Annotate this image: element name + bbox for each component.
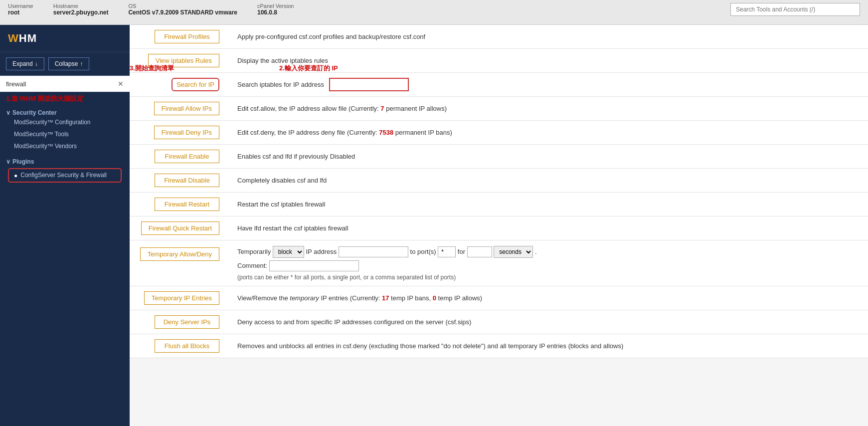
btn-cell: Flush all Blocks [130, 334, 229, 358]
table-row: Deny Server IPs Deny access to and from … [130, 310, 868, 334]
cpanel-value: 106.0.8 [257, 9, 294, 16]
flush-all-blocks-button[interactable]: Flush all Blocks [155, 339, 219, 353]
table-row: Firewall Profiles Apply pre-configured c… [130, 25, 868, 49]
bullet-icon: ● [14, 172, 17, 179]
os-label: OS [128, 3, 237, 9]
hostname-label: Hostname [53, 3, 109, 9]
desc-cell: Completely disables csf and lfd [229, 169, 868, 193]
main-content: Firewall Profiles Apply pre-configured c… [130, 25, 868, 426]
btn-cell: Temporary Allow/Deny [130, 240, 229, 286]
username-info: Username root [8, 3, 33, 16]
desc-cell: Edit csf.deny, the IP address deny file … [229, 121, 868, 145]
sidebar-item-modsec-tools[interactable]: ModSecurity™ Tools [6, 128, 124, 140]
table-row: Firewall Restart Restart the csf iptable… [130, 193, 868, 216]
sidebar-search-input[interactable] [6, 80, 118, 88]
desc-cell: Apply pre-configured csf.conf profiles a… [229, 25, 868, 49]
table-row-search-ip: 3.開始查詢清單 Search for IP 2.輸入你要查訂的 IP [130, 73, 868, 97]
desc-cell: Restart the csf iptables firewall [229, 193, 868, 216]
btn-cell: Firewall Enable [130, 145, 229, 169]
table-row: Firewall Allow IPs Edit csf.allow, the I… [130, 97, 868, 121]
table-row: Firewall Quick Restart Have lfd restart … [130, 216, 868, 240]
cpanel-info: cPanel Version 106.0.8 [257, 3, 294, 16]
temp-form-row1: Temporarily block allow IP address to po… [237, 245, 860, 258]
plugins-section-title[interactable]: ∨ Plugins [6, 158, 124, 165]
table-row: Flush all Blocks Removes and unblocks al… [130, 334, 868, 358]
btn-cell: Firewall Restart [130, 193, 229, 216]
table-row: View iptables Rules Display the active i… [130, 49, 868, 73]
temp-port-input[interactable] [438, 246, 456, 257]
hostname-info: Hostname server2.pbuygo.net [53, 3, 109, 16]
btn-cell: 3.開始查詢清單 Search for IP [130, 73, 229, 97]
plugins-section: ∨ Plugins ● ConfigServer Security & Fire… [0, 154, 130, 188]
table-row: Firewall Deny IPs Edit csf.deny, the IP … [130, 121, 868, 145]
firewall-restart-button[interactable]: Firewall Restart [155, 198, 219, 211]
desc-cell: Have lfd restart the csf iptables firewa… [229, 216, 868, 240]
btn-cell: Firewall Allow IPs [130, 97, 229, 121]
top-bar: Username root Hostname server2.pbuygo.ne… [0, 0, 868, 25]
search-ip-input[interactable] [329, 78, 409, 91]
temp-action-select[interactable]: block allow [273, 246, 304, 258]
table-row: Firewall Disable Completely disables csf… [130, 169, 868, 193]
firewall-quick-restart-button[interactable]: Firewall Quick Restart [141, 221, 219, 235]
temp-ip-input[interactable] [339, 246, 408, 257]
cpanel-label: cPanel Version [257, 3, 294, 9]
expand-button[interactable]: Expand ↓ [6, 57, 44, 70]
btn-cell: Deny Server IPs [130, 310, 229, 334]
temp-form-cell: Temporarily block allow IP address to po… [229, 240, 868, 286]
sidebar-item-modsec-vendors[interactable]: ModSecurity™ Vendors [6, 140, 124, 152]
temporary-ip-entries-button[interactable]: Temporary IP Entries [144, 291, 219, 305]
sidebar-search-container: ✕ [0, 76, 130, 92]
temp-comment-input[interactable] [269, 260, 359, 271]
firewall-actions-table: Firewall Profiles Apply pre-configured c… [130, 25, 868, 358]
btn-cell: Firewall Disable [130, 169, 229, 193]
temp-form-row2: Comment: [237, 260, 860, 271]
top-search-input[interactable] [730, 3, 860, 16]
temp-unit-select[interactable]: seconds minutes hours days [494, 246, 533, 258]
temp-duration-input[interactable] [467, 246, 492, 257]
firewall-deny-ips-button[interactable]: Firewall Deny IPs [154, 126, 219, 139]
sidebar-item-csf-firewall[interactable]: ● ConfigServer Security & Firewall [8, 168, 122, 183]
desc-cell: Edit csf.allow, the IP address allow fil… [229, 97, 868, 121]
firewall-allow-ips-button[interactable]: Firewall Allow IPs [154, 102, 219, 115]
annotation-step3: 3.開始查詢清單 [130, 64, 174, 73]
security-center-section: ∨ Security Center ModSecurity™ Configura… [0, 105, 130, 154]
username-value: root [8, 9, 33, 16]
temporary-allow-deny-button[interactable]: Temporary Allow/Deny [140, 247, 219, 261]
firewall-enable-button[interactable]: Firewall Enable [155, 150, 219, 163]
annotation-step1: 1.進 WHM 開啟防火牆設定 [0, 92, 130, 105]
deny-server-ips-button[interactable]: Deny Server IPs [155, 315, 219, 329]
collapse-button[interactable]: Collapse ↑ [48, 57, 90, 70]
search-ip-button-circled: Search for IP [172, 78, 219, 91]
whm-logo-text: WHM [8, 32, 122, 45]
btn-cell: Temporary IP Entries [130, 286, 229, 310]
table-row: Firewall Enable Enables csf and lfd if p… [130, 145, 868, 169]
sidebar: WHM Expand ↓ Collapse ↑ ✕ 1.進 WHM 開啟防火牆設… [0, 25, 130, 426]
firewall-profiles-button[interactable]: Firewall Profiles [155, 30, 219, 43]
sidebar-actions: Expand ↓ Collapse ↑ [0, 52, 130, 76]
desc-cell: Removes and unblocks all entries in csf.… [229, 334, 868, 358]
security-center-title[interactable]: ∨ Security Center [6, 109, 124, 116]
table-row-temp-allow-deny: Temporary Allow/Deny Temporarily block a… [130, 240, 868, 286]
btn-cell: Firewall Quick Restart [130, 216, 229, 240]
firewall-disable-button[interactable]: Firewall Disable [155, 174, 219, 187]
search-for-ip-button[interactable]: Search for IP [176, 81, 214, 88]
desc-cell: 2.輸入你要查訂的 IP Search iptables for IP addr… [229, 73, 868, 97]
annotation-step2: 2.輸入你要查訂的 IP [279, 64, 338, 73]
top-search-container [730, 3, 860, 16]
sidebar-logo: WHM [0, 25, 130, 52]
sidebar-item-modsec-config[interactable]: ModSecurity™ Configuration [6, 116, 124, 128]
desc-cell: Deny access to and from specific IP addr… [229, 310, 868, 334]
username-label: Username [8, 3, 33, 9]
os-info: OS CentOS v7.9.2009 STANDARD vmware [128, 3, 237, 16]
sidebar-search-clear-icon[interactable]: ✕ [118, 80, 124, 88]
hostname-value: server2.pbuygo.net [53, 9, 109, 16]
desc-cell: View/Remove the temporary IP entries (Cu… [229, 286, 868, 310]
os-value: CentOS v7.9.2009 STANDARD vmware [128, 9, 237, 16]
temp-form-note: (ports can be either * for all ports, a … [237, 273, 860, 281]
table-row: Temporary IP Entries View/Remove the tem… [130, 286, 868, 310]
btn-cell: Firewall Deny IPs [130, 121, 229, 145]
desc-cell: Enables csf and lfd if previously Disabl… [229, 145, 868, 169]
btn-cell: Firewall Profiles [130, 25, 229, 49]
